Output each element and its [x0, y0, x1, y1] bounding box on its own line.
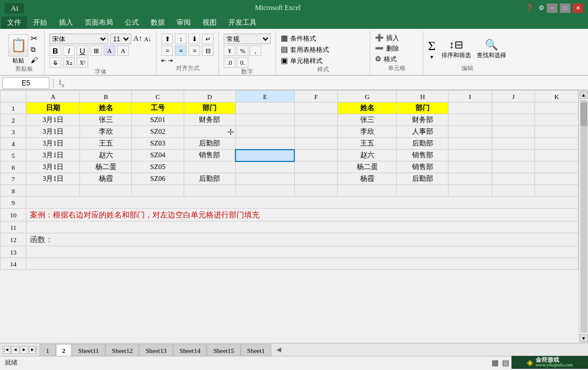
- cell-A2[interactable]: 3月1日: [26, 114, 80, 126]
- layout-page-icon[interactable]: ▤: [502, 358, 509, 368]
- cell-G4[interactable]: 王五: [338, 138, 397, 150]
- cell-H2[interactable]: 财务部: [397, 114, 449, 126]
- name-box[interactable]: E5: [2, 77, 49, 89]
- cell-H3[interactable]: 人事部: [397, 126, 449, 138]
- cell-A3[interactable]: 3月1日: [26, 126, 80, 138]
- col-header-J[interactable]: J: [491, 91, 535, 103]
- cell-J5[interactable]: [491, 150, 535, 161]
- cell-I6[interactable]: [449, 161, 492, 173]
- cell-D4[interactable]: 后勤部: [184, 138, 235, 150]
- cell-I8[interactable]: [449, 185, 492, 197]
- cell-D5[interactable]: 销售部: [184, 150, 235, 161]
- cell-H6[interactable]: 销售部: [397, 161, 449, 173]
- sheet-tab-sheet1[interactable]: Sheet1: [241, 344, 271, 356]
- cell-G7[interactable]: 杨霞: [338, 173, 397, 185]
- align-middle-icon[interactable]: ↕: [175, 34, 187, 44]
- cell-C6[interactable]: SZ05: [132, 161, 184, 173]
- cell-K4[interactable]: [535, 138, 579, 150]
- cell-J4[interactable]: [491, 138, 535, 150]
- cell-row13[interactable]: [26, 246, 579, 258]
- cell-E5-selected[interactable]: [235, 150, 294, 161]
- scroll-track[interactable]: [580, 100, 587, 333]
- cell-F1[interactable]: [294, 103, 338, 114]
- font-size-select[interactable]: 11: [110, 34, 131, 44]
- cell-C3[interactable]: SZ02: [132, 126, 184, 138]
- conditional-format-button[interactable]: ▦ 条件格式: [281, 34, 365, 43]
- cell-J2[interactable]: [491, 114, 535, 126]
- cell-J1[interactable]: [491, 103, 535, 114]
- cell-I3[interactable]: [449, 126, 492, 138]
- cell-G5[interactable]: 赵六: [338, 150, 397, 161]
- cell-E1[interactable]: [235, 103, 294, 114]
- superscript-icon[interactable]: X²: [77, 57, 88, 68]
- cell-D2[interactable]: 财务部: [184, 114, 235, 126]
- strikethrough-icon[interactable]: S̶: [49, 57, 61, 68]
- cell-B8[interactable]: [80, 185, 132, 197]
- formula-input[interactable]: [69, 77, 586, 89]
- bold-button[interactable]: B: [49, 45, 61, 56]
- cell-E8[interactable]: [235, 185, 294, 197]
- cell-E2[interactable]: [235, 114, 294, 126]
- col-header-E[interactable]: E: [235, 91, 294, 103]
- indent-decrease-icon[interactable]: ⇤: [161, 57, 166, 64]
- cell-G2[interactable]: 张三: [338, 114, 397, 126]
- sheet-tab-2-active[interactable]: 2: [56, 344, 72, 356]
- underline-button[interactable]: U: [77, 45, 88, 56]
- sheet-nav-next[interactable]: ►: [20, 346, 28, 354]
- cell-B2[interactable]: 张三: [80, 114, 132, 126]
- scroll-up-button[interactable]: ▲: [580, 91, 588, 99]
- cell-D6[interactable]: [184, 161, 235, 173]
- sheet-tab-sheet11[interactable]: Sheet11: [72, 344, 105, 356]
- cell-note[interactable]: 案例：根据右边对应的姓名和部门，对左边空白单元格进行部门填充: [26, 209, 579, 222]
- menu-home[interactable]: 开始: [27, 16, 53, 29]
- wrap-text-icon[interactable]: ↵: [202, 34, 214, 44]
- format-cells-button[interactable]: ⚙ 格式: [375, 55, 399, 64]
- cell-B1[interactable]: 姓名: [80, 103, 132, 114]
- cell-A7[interactable]: 3月1日: [26, 173, 80, 185]
- col-header-H[interactable]: H: [397, 91, 449, 103]
- comma-icon[interactable]: ,: [250, 45, 261, 56]
- indent-increase-icon[interactable]: ⇥: [168, 57, 172, 64]
- sheet-scroll-indicator[interactable]: ◄: [271, 344, 287, 356]
- scroll-thumb[interactable]: [580, 103, 587, 126]
- menu-formula[interactable]: 公式: [119, 16, 145, 29]
- font-family-select[interactable]: 宋体: [49, 34, 108, 44]
- help-icon[interactable]: ❓: [526, 4, 534, 12]
- cell-K5[interactable]: [535, 150, 579, 161]
- cell-K7[interactable]: [535, 173, 579, 185]
- cell-H1[interactable]: 部门: [397, 103, 449, 114]
- cell-J3[interactable]: [491, 126, 535, 138]
- cell-I1[interactable]: [449, 103, 492, 114]
- cell-J7[interactable]: [491, 173, 535, 185]
- merge-icon[interactable]: ⊟: [202, 45, 214, 56]
- maximize-button[interactable]: □: [560, 4, 570, 13]
- cell-G8[interactable]: [338, 185, 397, 197]
- cell-E4[interactable]: [235, 138, 294, 150]
- vertical-scrollbar[interactable]: ▲ ▼: [579, 90, 588, 343]
- decimal-increase-icon[interactable]: .0: [224, 57, 235, 68]
- cell-G6[interactable]: 杨二蛋: [338, 161, 397, 173]
- cell-J6[interactable]: [491, 161, 535, 173]
- font-increase-icon[interactable]: A↑: [133, 34, 142, 44]
- format-painter-icon[interactable]: 🖌: [31, 56, 38, 65]
- align-center-icon[interactable]: ≡: [175, 45, 187, 56]
- cell-row11[interactable]: [26, 222, 579, 233]
- currency-icon[interactable]: ¥: [224, 45, 235, 56]
- cell-I7[interactable]: [449, 173, 492, 185]
- menu-data[interactable]: 数据: [145, 16, 171, 29]
- minimize-button[interactable]: ─: [547, 4, 557, 13]
- sort-filter-button[interactable]: ↕⊟ 排序和筛选: [441, 38, 471, 60]
- cell-G3[interactable]: 李欣: [338, 126, 397, 138]
- cell-B4[interactable]: 王五: [80, 138, 132, 150]
- decimal-decrease-icon[interactable]: 0.: [237, 57, 248, 68]
- cell-C7[interactable]: SZ06: [132, 173, 184, 185]
- fill-color-icon[interactable]: A: [104, 45, 115, 56]
- menu-insert[interactable]: 插入: [53, 16, 79, 29]
- col-header-G[interactable]: G: [338, 91, 397, 103]
- cell-row9[interactable]: [26, 197, 579, 209]
- cell-H7[interactable]: 后勤部: [397, 173, 449, 185]
- align-bottom-icon[interactable]: ⬇: [188, 34, 200, 44]
- cell-A1[interactable]: 日期: [26, 103, 80, 114]
- cell-F3[interactable]: [294, 126, 338, 138]
- cut-icon[interactable]: ✂: [31, 34, 38, 44]
